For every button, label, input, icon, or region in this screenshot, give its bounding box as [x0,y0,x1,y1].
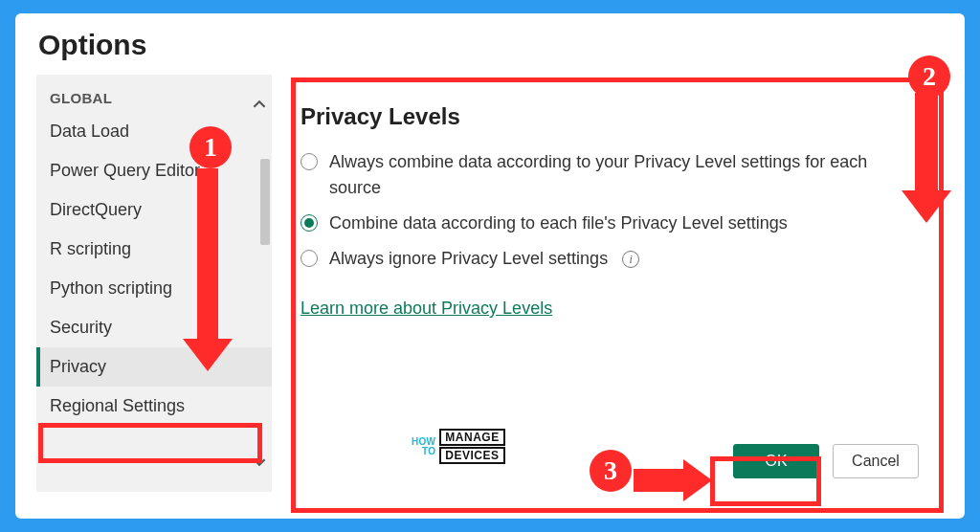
sidebar-item-power-query-editor[interactable]: Power Query Editor [36,151,272,190]
privacy-option-per-file[interactable]: Combine data according to each file's Pr… [301,211,915,236]
sidebar-item-security[interactable]: Security [36,308,272,347]
watermark: HOW TO MANAGE DEVICES [412,429,505,464]
privacy-option-always-combine[interactable]: Always combine data according to your Pr… [301,149,915,201]
sidebar: GLOBAL Data Load Power Query Editor Dire… [36,75,272,492]
settings-panel: Privacy Levels Always combine data accor… [272,75,947,492]
watermark-text: HOW [412,437,435,447]
privacy-option-ignore[interactable]: Always ignore Privacy Level settings i [301,246,915,272]
watermark-block: MANAGE DEVICES [439,429,504,464]
sidebar-item-privacy[interactable]: Privacy [36,347,272,387]
watermark-text: DEVICES [439,447,504,464]
sidebar-item-label: Regional Settings [50,396,185,415]
radio-label-text: Always ignore Privacy Level settings [329,249,608,268]
learn-more-link[interactable]: Learn more about Privacy Levels [301,299,552,319]
scrollbar-thumb[interactable] [260,159,270,245]
sidebar-item-label: Security [50,318,112,337]
radio-label: Always combine data according to your Pr… [329,149,915,201]
panel-heading: Privacy Levels [301,103,915,130]
ok-button[interactable]: OK [733,444,819,478]
sidebar-item-label: Privacy [50,357,106,376]
sidebar-item-label: Data Load [50,122,129,141]
watermark-how-to: HOW TO [412,437,435,456]
sidebar-item-label: DirectQuery [50,200,142,219]
sidebar-item-label: Python scripting [50,278,172,298]
sidebar-item-directquery[interactable]: DirectQuery [36,190,272,230]
radio-icon [301,250,318,267]
sidebar-scrollbar[interactable] [258,92,270,475]
radio-label: Combine data according to each file's Pr… [329,211,915,236]
chevron-down-icon[interactable] [253,455,266,469]
watermark-text: MANAGE [439,429,504,446]
sidebar-item-regional-settings[interactable]: Regional Settings [36,387,272,426]
radio-icon [301,153,318,170]
sidebar-item-r-scripting[interactable]: R scripting [36,230,272,269]
sidebar-item-data-load[interactable]: Data Load [36,112,272,151]
watermark-text: TO [412,447,435,456]
radio-icon [301,214,318,232]
chevron-up-icon[interactable] [253,98,266,111]
radio-label: Always ignore Privacy Level settings i [329,246,915,272]
sidebar-section-global: GLOBAL [36,80,272,112]
sidebar-item-label: Power Query Editor [50,161,200,180]
sidebar-item-python-scripting[interactable]: Python scripting [36,269,272,308]
dialog-buttons: OK Cancel [733,444,919,478]
sidebar-item-label: R scripting [50,239,131,258]
cancel-button[interactable]: Cancel [833,444,919,478]
page-title: Options [38,29,947,61]
info-icon[interactable]: i [622,251,639,268]
